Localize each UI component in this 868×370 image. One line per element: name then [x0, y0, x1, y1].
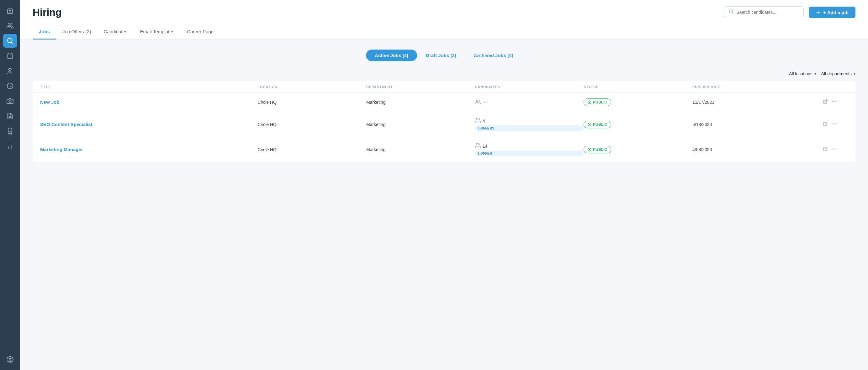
candidates-cell: — [475, 99, 584, 106]
status-badge: PUBLIC [584, 121, 611, 128]
vacation-icon[interactable] [3, 64, 17, 78]
publish-date-cell: 4/08/2020 [692, 147, 823, 152]
status-badge: PUBLIC [584, 98, 611, 106]
job-filter-tabs: Active Jobs (4) Draft Jobs (2) Archived … [33, 50, 856, 61]
settings-icon[interactable] [3, 352, 17, 366]
svg-point-36 [834, 148, 834, 149]
candidates-count-text: 4 [483, 119, 485, 124]
publish-date-cell: 11/17/2021 [692, 100, 823, 105]
svg-point-8 [8, 128, 12, 132]
job-department-cell: Marketing [366, 122, 475, 127]
col-location: LOCATION [257, 85, 366, 89]
status-cell: PUBLIC [584, 121, 692, 128]
job-location-cell: Circle HQ [257, 122, 366, 127]
main-tabs: Jobs Job Offers (2) Candidates Email Tem… [20, 25, 868, 39]
svg-point-31 [476, 143, 478, 145]
svg-point-12 [9, 359, 11, 360]
svg-point-30 [835, 123, 836, 124]
content-area: Active Jobs (4) Draft Jobs (2) Archived … [20, 39, 868, 370]
tab-email-templates[interactable]: Email Templates [133, 25, 181, 39]
row-actions [823, 121, 848, 128]
job-title-cell: New Job [40, 99, 257, 105]
search-box[interactable] [724, 6, 804, 18]
status-cell: PUBLIC [584, 98, 692, 106]
filter-row: All locations ▾ All departments ▾ [33, 71, 856, 76]
job-location-cell: Circle HQ [257, 100, 366, 105]
search-people-icon[interactable] [3, 34, 17, 48]
header-actions: + Add a job [724, 6, 856, 18]
search-input[interactable] [736, 10, 799, 15]
tab-candidates[interactable]: Candidates [97, 25, 133, 39]
svg-point-26 [589, 124, 590, 125]
job-title-link[interactable]: Marketing Manager [40, 147, 83, 152]
department-filter[interactable]: All departments ▾ [821, 71, 856, 76]
job-title-link[interactable]: SEO Content Specialist [40, 122, 93, 127]
job-title-cell: SEO Content Specialist [40, 122, 257, 127]
offers-badge: 3 OFFERS [475, 125, 584, 131]
svg-point-33 [589, 149, 590, 150]
external-link-icon[interactable] [823, 147, 828, 153]
table-row: Marketing Manager Circle HQ Marketing 14… [33, 137, 856, 162]
tab-job-offers[interactable]: Job Offers (2) [56, 25, 97, 39]
external-link-icon[interactable] [823, 99, 828, 105]
sidebar [0, 0, 20, 370]
tab-jobs[interactable]: Jobs [33, 25, 56, 39]
more-options-icon[interactable] [831, 99, 837, 106]
svg-point-23 [835, 101, 836, 102]
award-icon[interactable] [3, 124, 17, 138]
svg-point-37 [835, 148, 836, 149]
candidates-cell: 14 1 OFFER [475, 143, 584, 156]
job-location-cell: Circle HQ [257, 147, 366, 152]
users-icon[interactable] [3, 19, 17, 33]
external-link-icon[interactable] [823, 121, 828, 128]
svg-line-20 [825, 100, 827, 102]
table-row: SEO Content Specialist Circle HQ Marketi… [33, 112, 856, 137]
col-candidates: CANDIDATES [475, 85, 584, 89]
svg-line-14 [732, 12, 733, 13]
row-actions [823, 146, 848, 153]
table-row: New Job Circle HQ Marketing — PUBLIC [33, 93, 856, 112]
job-title-cell: Marketing Manager [40, 147, 257, 152]
svg-point-0 [8, 23, 10, 25]
svg-line-34 [825, 147, 827, 149]
people-icon [475, 118, 481, 124]
location-filter[interactable]: All locations ▾ [789, 71, 816, 76]
people-icon [475, 99, 481, 106]
svg-point-28 [832, 123, 833, 124]
status-badge: PUBLIC [584, 146, 611, 153]
candidates-cell: 4 3 OFFERS [475, 118, 584, 131]
col-title: TITLE [40, 85, 257, 89]
svg-point-17 [476, 100, 478, 101]
more-options-icon[interactable] [831, 146, 837, 153]
add-job-button[interactable]: + Add a job [809, 7, 856, 18]
svg-point-29 [834, 123, 834, 124]
col-department: DEPARTMENT [366, 85, 475, 89]
svg-point-22 [834, 101, 834, 102]
svg-point-19 [589, 102, 590, 103]
camera-icon[interactable] [3, 94, 17, 108]
filter-draft-jobs[interactable]: Draft Jobs (2) [417, 50, 465, 61]
job-title-link[interactable]: New Job [40, 99, 60, 105]
more-options-icon[interactable] [831, 121, 837, 128]
location-chevron-icon: ▾ [814, 71, 816, 76]
job-department-cell: Marketing [366, 147, 475, 152]
col-actions [823, 85, 848, 89]
svg-line-2 [11, 42, 12, 43]
search-icon [729, 9, 734, 16]
home-icon[interactable] [3, 4, 17, 18]
document-icon[interactable] [3, 109, 17, 123]
clock-icon[interactable] [3, 79, 17, 93]
chart-icon[interactable] [3, 139, 17, 153]
svg-point-24 [476, 118, 478, 120]
table-header: TITLE LOCATION DEPARTMENT CANDIDATES STA… [33, 81, 856, 93]
publish-date-cell: 5/18/2020 [692, 122, 823, 127]
filter-active-jobs[interactable]: Active Jobs (4) [366, 50, 417, 61]
tab-career-page[interactable]: Career Page [181, 25, 220, 39]
filter-archived-jobs[interactable]: Archived Jobs (4) [465, 50, 522, 61]
department-chevron-icon: ▾ [854, 71, 856, 76]
page-title: Hiring [33, 7, 61, 18]
clipboard-icon[interactable] [3, 49, 17, 63]
candidates-count-text: 14 [483, 144, 488, 149]
svg-rect-3 [9, 53, 11, 54]
col-publish-date: PUBLISH DATE [692, 85, 823, 89]
